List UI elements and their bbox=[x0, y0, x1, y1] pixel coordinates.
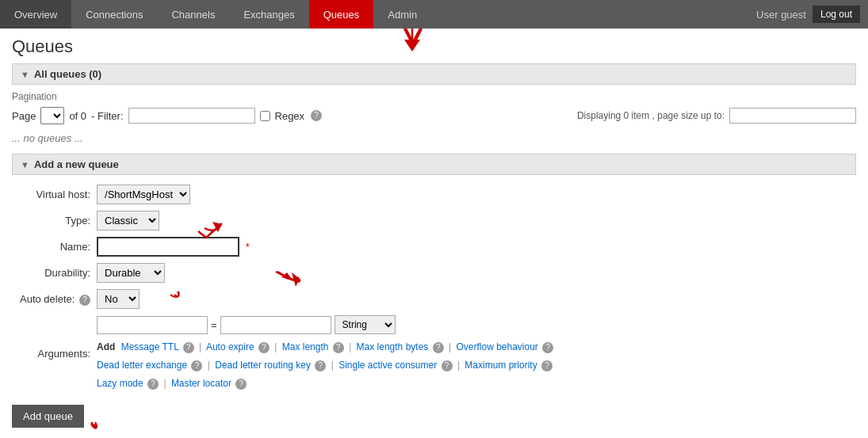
name-label: Name: bbox=[20, 234, 97, 260]
nav-exchanges[interactable]: Exchanges bbox=[229, 0, 308, 29]
arg-maximum-priority[interactable]: Maximum priority bbox=[465, 360, 537, 371]
name-row: Name: ShortMsgQueue * bbox=[20, 234, 553, 260]
arg-links: Add Message TTL ? | Auto expire ? | Max … bbox=[97, 338, 553, 392]
add-queue-section-header[interactable]: ▼ Add a new queue bbox=[12, 154, 856, 175]
message-ttl-help[interactable]: ? bbox=[183, 342, 194, 353]
auto-delete-row: Auto delete: ? No Yes bbox=[20, 286, 553, 312]
dead-letter-exchange-help[interactable]: ? bbox=[191, 360, 202, 371]
page-size-input[interactable]: 100 bbox=[729, 108, 856, 124]
virtual-host-row: Virtual host: /ShortMsgHost / bbox=[20, 181, 553, 208]
arg-dead-letter-exchange[interactable]: Dead letter exchange bbox=[97, 360, 187, 371]
auto-expire-help[interactable]: ? bbox=[258, 342, 270, 353]
type-control: Classic Quorum bbox=[97, 208, 553, 234]
add-queue-button[interactable]: Add queue bbox=[12, 405, 84, 428]
overflow-help[interactable]: ? bbox=[542, 342, 553, 353]
arguments-type-select[interactable]: String Number Boolean bbox=[335, 315, 396, 334]
sep8: | bbox=[163, 378, 166, 389]
master-locator-help[interactable]: ? bbox=[235, 379, 247, 390]
displaying-label: Displaying 0 item , page size up to: bbox=[577, 110, 725, 121]
top-nav: Overview Connections Channels Exchanges … bbox=[0, 0, 868, 29]
collapse-arrow: ▼ bbox=[21, 70, 29, 79]
user-section: User guest Log out bbox=[756, 0, 868, 29]
nav-overview[interactable]: Overview bbox=[0, 0, 71, 29]
arg-max-length-bytes[interactable]: Max length bytes bbox=[357, 341, 429, 352]
durability-label: Durability: bbox=[20, 260, 97, 286]
regex-label: Regex bbox=[275, 110, 305, 122]
dead-letter-routing-key-help[interactable]: ? bbox=[315, 360, 326, 371]
sep3: | bbox=[349, 341, 351, 352]
type-row: Type: Classic Quorum bbox=[20, 208, 553, 234]
durability-control: Durable Transient bbox=[97, 260, 553, 286]
arg-master-locator[interactable]: Master locator bbox=[171, 378, 231, 389]
sep1: | bbox=[199, 341, 201, 352]
add-label: Add bbox=[97, 341, 115, 352]
all-queues-section-header[interactable]: ▼ All queues (0) bbox=[12, 63, 856, 85]
type-label: Type: bbox=[20, 208, 97, 234]
auto-delete-help-icon[interactable]: ? bbox=[79, 295, 90, 306]
virtual-host-label: Virtual host: bbox=[20, 181, 97, 208]
pagination-label: Pagination bbox=[12, 91, 856, 102]
sep6: | bbox=[331, 360, 334, 371]
required-star: * bbox=[246, 241, 250, 253]
virtual-host-control: /ShortMsgHost / bbox=[97, 181, 553, 208]
regex-help-icon[interactable]: ? bbox=[311, 110, 322, 121]
arguments-row: Arguments: = String Number Boolean bbox=[20, 312, 553, 395]
sep2: | bbox=[274, 341, 277, 352]
nav-connections[interactable]: Connections bbox=[71, 0, 157, 29]
sep4: | bbox=[449, 341, 451, 352]
arg-single-active-consumer[interactable]: Single active consumer bbox=[338, 360, 437, 371]
nav-channels[interactable]: Channels bbox=[157, 0, 229, 29]
arguments-value-input[interactable] bbox=[220, 316, 331, 334]
max-length-bytes-help[interactable]: ? bbox=[433, 342, 444, 353]
user-label: User guest bbox=[756, 9, 806, 21]
durability-row: Durability: Durable Transient bbox=[20, 260, 553, 286]
page-content: Queues ▼ All queues (0) Pagination Page … bbox=[0, 29, 868, 436]
arguments-key-input[interactable] bbox=[97, 316, 208, 334]
pagination-right: Displaying 0 item , page size up to: 100 bbox=[577, 108, 856, 124]
add-queue-form: Virtual host: /ShortMsgHost / Type: Clas… bbox=[12, 181, 856, 428]
page-text: Page bbox=[12, 110, 36, 122]
equals-sign: = bbox=[211, 319, 217, 331]
nav-admin[interactable]: Admin bbox=[373, 0, 431, 29]
nav-queues[interactable]: Queues bbox=[309, 0, 374, 29]
arguments-label: Arguments: bbox=[20, 312, 97, 395]
arg-overflow-behaviour[interactable]: Overflow behaviour bbox=[456, 341, 537, 352]
add-queue-label: Add a new queue bbox=[34, 158, 119, 170]
regex-checkbox[interactable] bbox=[260, 111, 270, 121]
pagination-row: Page of 0 - Filter: Regex ? Displaying 0… bbox=[12, 107, 856, 124]
durability-select[interactable]: Durable Transient bbox=[97, 263, 165, 283]
auto-delete-control: No Yes bbox=[97, 286, 553, 312]
page-select[interactable] bbox=[40, 107, 64, 124]
arguments-inputs: = String Number Boolean bbox=[97, 315, 553, 334]
page-title: Queues bbox=[12, 36, 856, 57]
arg-message-ttl[interactable]: Message TTL bbox=[121, 341, 179, 352]
sep5: | bbox=[208, 360, 210, 371]
filter-input[interactable] bbox=[128, 108, 255, 124]
single-active-consumer-help[interactable]: ? bbox=[442, 360, 453, 371]
arg-dead-letter-routing-key[interactable]: Dead letter routing key bbox=[215, 360, 311, 371]
maximum-priority-help[interactable]: ? bbox=[541, 360, 553, 371]
logout-button[interactable]: Log out bbox=[813, 6, 860, 23]
of-label: of 0 bbox=[69, 110, 86, 122]
name-input[interactable]: ShortMsgQueue bbox=[97, 237, 239, 257]
all-queues-label: All queues (0) bbox=[34, 68, 101, 80]
max-length-help[interactable]: ? bbox=[333, 342, 344, 353]
no-queues-message: ... no queues ... bbox=[12, 132, 856, 144]
add-queue-collapse-arrow: ▼ bbox=[21, 160, 29, 169]
form-table: Virtual host: /ShortMsgHost / Type: Clas… bbox=[20, 181, 553, 395]
arg-auto-expire[interactable]: Auto expire bbox=[206, 341, 254, 352]
sep7: | bbox=[457, 360, 460, 371]
arg-max-length[interactable]: Max length bbox=[282, 341, 329, 352]
name-control: ShortMsgQueue * bbox=[97, 234, 553, 260]
arguments-control: = String Number Boolean Add Message TTL bbox=[97, 312, 553, 395]
auto-delete-label: Auto delete: ? bbox=[20, 286, 97, 312]
type-select[interactable]: Classic Quorum bbox=[97, 211, 159, 230]
virtual-host-select[interactable]: /ShortMsgHost / bbox=[97, 185, 190, 204]
auto-delete-select[interactable]: No Yes bbox=[97, 289, 140, 309]
arg-lazy-mode[interactable]: Lazy mode bbox=[97, 378, 143, 389]
lazy-mode-help[interactable]: ? bbox=[147, 379, 159, 390]
filter-label: - Filter: bbox=[91, 110, 123, 122]
